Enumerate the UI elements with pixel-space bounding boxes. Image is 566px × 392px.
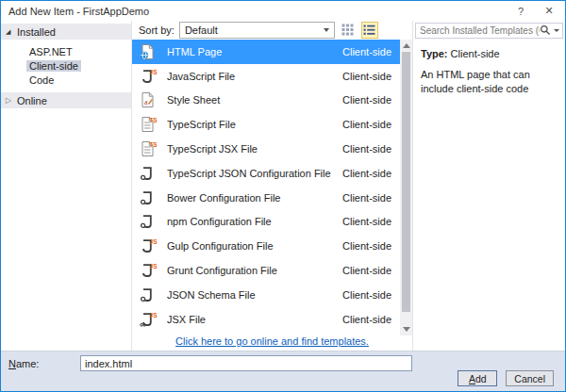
scrollbar-thumb[interactable] (402, 52, 410, 312)
template-item[interactable]: JS JavaScript File Client-side (132, 64, 400, 89)
titlebar: Add New Item - FirstAppDemo ? ✕ (1, 1, 565, 21)
template-name: Bower Configuration File (167, 192, 342, 204)
search-input[interactable]: Search Installed Templates (Ctrl+E) (415, 23, 563, 39)
template-category: Client-side (342, 168, 391, 179)
svg-text:TS: TS (149, 117, 158, 123)
javascript-file-icon: JS (139, 68, 158, 85)
sidebar-item-asp-net[interactable]: ASP.NET (1, 45, 131, 59)
search-icon (540, 24, 551, 38)
sidebar-group-installed[interactable]: ◢ Installed (1, 24, 131, 40)
json-config-icon (139, 286, 158, 303)
template-name: JSX File (167, 314, 342, 325)
sidebar-item-client-side[interactable]: Client-side (1, 59, 131, 74)
template-item[interactable]: JS Gulp Configuration File Client-side (132, 234, 400, 258)
sidebar-tree: ASP.NETClient-sideCode (1, 40, 131, 92)
template-name: HTML Page (167, 46, 342, 57)
online-templates-link[interactable]: Click here to go online and find templat… (175, 335, 369, 347)
sort-toolbar: Sort by: Default (132, 21, 412, 40)
template-category: Client-side (342, 192, 391, 204)
template-category: Client-side (342, 71, 391, 82)
template-name: TypeScript JSON Configuration File (167, 168, 342, 179)
svg-text:JS: JS (150, 68, 158, 74)
search-placeholder: Search Installed Templates (Ctrl+E) (420, 25, 540, 36)
template-item[interactable]: JSON Schema File Client-side (132, 283, 400, 307)
dialog-title: Add New Item - FirstAppDemo (1, 6, 507, 17)
sidebar-group-online[interactable]: ▷ Online (1, 92, 131, 108)
list-scrollbar[interactable] (400, 40, 412, 335)
sidebar-item-label: Client-side (26, 60, 81, 72)
sort-by-dropdown[interactable]: Default (179, 22, 335, 39)
template-item[interactable]: JS Grunt Configuration File Client-side (132, 258, 400, 283)
template-category: Client-side (342, 265, 391, 276)
scroll-up-icon[interactable] (403, 43, 410, 48)
svg-text:JS: JS (150, 238, 158, 245)
typescript-file-icon: TS (139, 140, 158, 157)
template-item[interactable]: Bower Configuration File Client-side (132, 186, 400, 210)
template-name: JSON Schema File (167, 289, 342, 301)
sidebar-item-code[interactable]: Code (1, 74, 131, 88)
template-list: HTML Page Client-side JS JavaScript File… (132, 40, 400, 335)
small-icons-button[interactable] (361, 22, 378, 39)
js-config-icon: JS (139, 237, 158, 254)
template-name: Grunt Configuration File (167, 265, 342, 276)
template-item[interactable]: npm Configuration File Client-side (132, 210, 400, 235)
template-name: TypeScript JSX File (167, 143, 342, 155)
collapsed-triangle-icon: ▷ (6, 96, 17, 105)
template-pane: Sort by: Default HTML Page Client-side J… (132, 21, 412, 351)
sidebar-item-label: ASP.NET (26, 46, 75, 57)
json-config-icon (139, 165, 158, 182)
category-sidebar: ◢ Installed ASP.NETClient-sideCode ▷ Onl… (1, 21, 132, 351)
style-sheet-icon: a (139, 91, 158, 108)
template-item[interactable]: HTML Page Client-side (132, 40, 400, 64)
template-category: Client-side (342, 314, 391, 325)
expanded-triangle-icon: ◢ (6, 28, 17, 36)
add-button[interactable]: Add (458, 370, 497, 386)
js-config-icon: JS (139, 262, 158, 279)
template-name: Gulp Configuration File (167, 240, 342, 252)
svg-text:JS: JS (150, 311, 158, 318)
template-category: Client-side (342, 46, 391, 57)
sort-by-value: Default (185, 24, 324, 36)
template-category: Client-side (342, 94, 391, 106)
add-new-item-dialog: Add New Item - FirstAppDemo ? ✕ ◢ Instal… (0, 0, 566, 392)
name-input[interactable] (80, 355, 412, 371)
template-category: Client-side (342, 216, 391, 227)
grid-view-icon (341, 24, 354, 38)
template-item[interactable]: TS TypeScript JSX File Client-side (132, 137, 400, 161)
template-item[interactable]: TypeScript JSON Configuration File Clien… (132, 161, 400, 186)
template-details: Type: Client-side An HTML page that can … (413, 39, 565, 97)
template-category: Client-side (342, 240, 391, 252)
online-link-row: Click here to go online and find templat… (132, 335, 412, 351)
template-name: TypeScript File (167, 119, 342, 130)
template-item[interactable]: JS JSX File Client-side (132, 307, 400, 332)
help-button[interactable]: ? (507, 1, 535, 21)
dialog-footer: Name: Add Cancel (1, 351, 565, 391)
template-item[interactable]: a Style Sheet Client-side (132, 89, 400, 113)
type-label: Type: (421, 48, 448, 59)
template-name: npm Configuration File (167, 216, 342, 227)
cancel-button[interactable]: Cancel (506, 370, 554, 386)
html-page-icon (139, 43, 158, 60)
sort-by-label: Sort by: (139, 24, 175, 36)
svg-text:TS: TS (149, 141, 158, 148)
template-name: JavaScript File (167, 71, 342, 82)
sidebar-group-label: Online (17, 95, 47, 106)
sidebar-group-label: Installed (17, 26, 56, 38)
typescript-file-icon: TS (139, 116, 158, 133)
close-button[interactable]: ✕ (535, 1, 563, 21)
svg-text:JS: JS (150, 263, 158, 270)
template-name: Style Sheet (167, 94, 342, 106)
name-row: Name: (1, 351, 565, 371)
button-row: Add Cancel (458, 370, 554, 386)
template-description: An HTML page that can include client-sid… (421, 68, 558, 97)
json-config-icon (139, 189, 158, 206)
list-view-icon (363, 24, 375, 38)
template-item[interactable]: TS TypeScript File Client-side (132, 112, 400, 137)
scroll-down-icon[interactable] (403, 327, 410, 332)
name-label: Name: (8, 358, 80, 369)
template-list-wrap: HTML Page Client-side JS JavaScript File… (132, 40, 412, 335)
template-category: Client-side (342, 143, 391, 155)
medium-icons-button[interactable] (340, 22, 357, 39)
template-category: Client-side (342, 289, 391, 301)
jsx-file-icon: JS (139, 311, 158, 328)
